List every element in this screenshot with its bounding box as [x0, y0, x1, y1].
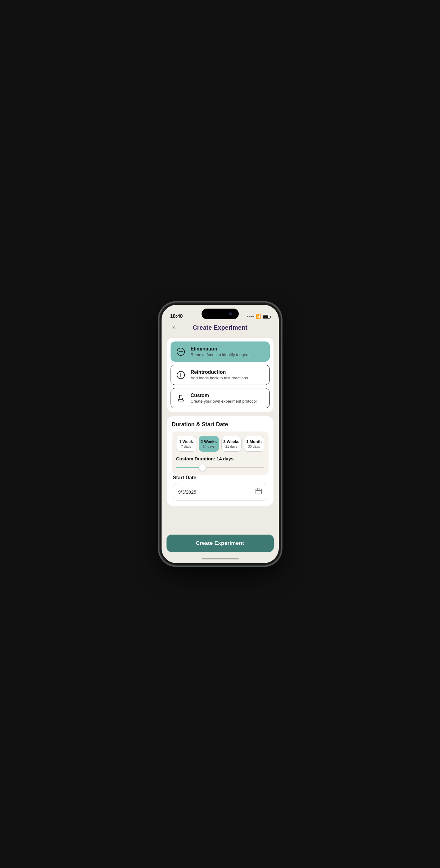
start-date-section: Start Date 9/3/2025 — [172, 475, 269, 501]
duration-1month[interactable]: 1 Month 30 days — [244, 436, 264, 452]
start-date-label: Start Date — [173, 475, 267, 480]
date-value: 9/3/2025 — [178, 489, 196, 495]
duration-3weeks-label: 3 Weeks — [223, 439, 239, 444]
scroll-content[interactable]: Elimination Remove foods to identify tri… — [162, 335, 279, 531]
svg-rect-5 — [256, 489, 261, 494]
date-input-row[interactable]: 9/3/2025 — [173, 483, 267, 501]
camera-dot — [229, 312, 232, 315]
experiment-option-reintroduction[interactable]: Reintroduction Add foods back to test re… — [171, 365, 270, 385]
duration-1month-label: 1 Month — [246, 439, 262, 444]
reintroduction-title: Reintroduction — [191, 369, 248, 375]
duration-options: 1 Week 7 days 2 Weeks 14 days 3 Weeks 21… — [176, 436, 264, 452]
duration-1week[interactable]: 1 Week 7 days — [176, 436, 196, 452]
dynamic-island — [202, 309, 239, 319]
bottom-bar: Create Experiment — [162, 531, 279, 554]
experiment-option-custom[interactable]: Custom Create your own experiment protoc… — [171, 388, 270, 408]
status-time: 18:40 — [170, 314, 183, 319]
flask-icon — [176, 393, 186, 403]
duration-1week-label: 1 Week — [179, 439, 193, 444]
slider-fill — [176, 467, 202, 468]
battery-fill — [263, 315, 268, 318]
duration-inner: 1 Week 7 days 2 Weeks 14 days 3 Weeks 21… — [172, 432, 269, 475]
elimination-title: Elimination — [191, 346, 249, 352]
reintroduction-text: Reintroduction Add foods back to test re… — [191, 369, 248, 380]
duration-slider[interactable] — [176, 464, 264, 471]
custom-subtitle: Create your own experiment protocol — [191, 399, 257, 404]
experiment-type-card: Elimination Remove foods to identify tri… — [167, 337, 274, 412]
home-bar — [202, 558, 239, 559]
calendar-icon — [255, 488, 262, 496]
plus-circle-icon — [176, 370, 186, 380]
duration-1week-days: 7 days — [181, 444, 191, 448]
slider-thumb[interactable] — [199, 464, 206, 471]
experiment-option-elimination[interactable]: Elimination Remove foods to identify tri… — [171, 341, 270, 362]
duration-2weeks[interactable]: 2 Weeks 14 days — [199, 436, 219, 452]
status-icons: 📶 — [247, 314, 270, 319]
phone-screen: 18:40 📶 × Create Experiment — [162, 305, 279, 563]
duration-2weeks-days: 14 days — [203, 444, 215, 448]
custom-text: Custom Create your own experiment protoc… — [191, 393, 257, 404]
page-title: Create Experiment — [193, 324, 247, 331]
elimination-text: Elimination Remove foods to identify tri… — [191, 346, 249, 357]
custom-title: Custom — [191, 393, 257, 398]
phone-frame: 18:40 📶 × Create Experiment — [160, 303, 281, 565]
home-indicator — [162, 554, 279, 563]
duration-1month-days: 30 days — [248, 444, 260, 448]
duration-2weeks-label: 2 Weeks — [201, 439, 217, 444]
slider-track — [176, 467, 264, 468]
duration-3weeks-days: 21 days — [226, 444, 238, 448]
duration-card: Duration & Start Date 1 Week 7 days 2 We… — [167, 416, 274, 506]
duration-3weeks[interactable]: 3 Weeks 21 days — [222, 436, 242, 452]
battery-icon — [263, 315, 270, 318]
wifi-icon: 📶 — [256, 314, 261, 319]
elimination-subtitle: Remove foods to identify triggers — [191, 352, 249, 357]
create-experiment-button[interactable]: Create Experiment — [167, 535, 274, 552]
minus-circle-icon — [176, 347, 186, 357]
close-button[interactable]: × — [169, 323, 179, 333]
signal-icon — [247, 316, 253, 317]
custom-duration-label: Custom Duration: 14 days — [176, 456, 264, 461]
page-header: × Create Experiment — [162, 321, 279, 335]
duration-title: Duration & Start Date — [172, 421, 269, 428]
reintroduction-subtitle: Add foods back to test reactions — [191, 376, 248, 380]
